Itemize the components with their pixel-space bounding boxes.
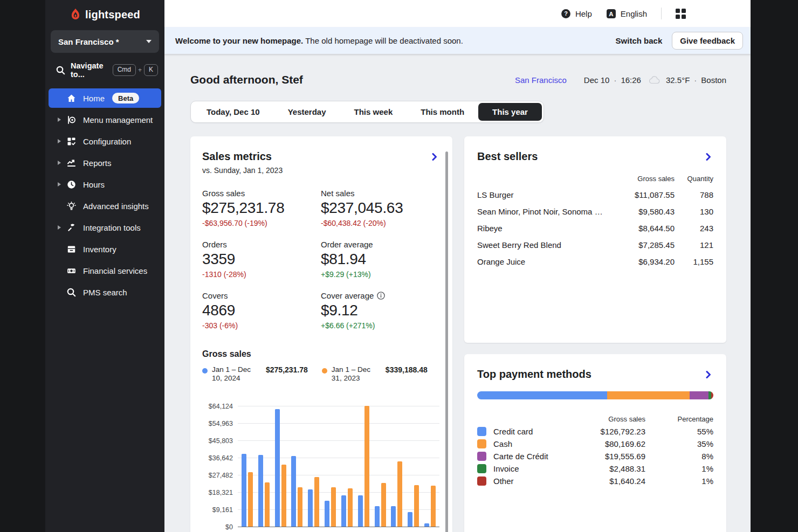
sidebar-item-menu-management[interactable]: Menu management bbox=[49, 110, 161, 129]
metric-value: 4869 bbox=[202, 302, 321, 319]
home-icon bbox=[67, 94, 76, 103]
kbd-cmd: Cmd bbox=[113, 64, 136, 76]
bar-mar-jan-1-dec-31-2023[interactable] bbox=[281, 465, 286, 527]
bar-sep-jan-1-dec-10-2024[interactable] bbox=[375, 506, 380, 527]
color-swatch-icon bbox=[477, 452, 486, 461]
tab-today-dec-10[interactable]: Today, Dec 10 bbox=[192, 103, 274, 121]
bar-oct-jan-1-dec-10-2024[interactable] bbox=[391, 506, 396, 527]
sidebar-item-home[interactable]: HomeBeta bbox=[49, 88, 161, 108]
location-link[interactable]: San Francisco bbox=[515, 75, 567, 85]
bar-aug-jan-1-dec-31-2023[interactable] bbox=[364, 406, 369, 527]
tab-this-year[interactable]: This year bbox=[478, 103, 542, 121]
weather-city-label: Boston bbox=[701, 75, 726, 85]
payment-method-name: Credit card bbox=[493, 427, 575, 436]
sidebar-item-advanced-insights[interactable]: Advanced insights bbox=[49, 196, 161, 216]
payment-gross-sales: $19,555.69 bbox=[575, 452, 645, 461]
bar-aug-jan-1-dec-10-2024[interactable] bbox=[358, 495, 363, 527]
sidebar-item-label: PMS search bbox=[83, 288, 127, 297]
sidebar-item-configuration[interactable]: Configuration bbox=[49, 132, 161, 151]
bar-group-sep bbox=[372, 391, 389, 527]
bar-oct-jan-1-dec-31-2023[interactable] bbox=[397, 461, 402, 527]
bar-jan-jan-1-dec-31-2023[interactable] bbox=[248, 472, 253, 527]
item-gross-sales: $11,087.55 bbox=[610, 190, 675, 199]
y-tick-label: $54,963 bbox=[209, 420, 233, 427]
legend-series-total: $339,188.48 bbox=[386, 365, 428, 383]
language-button[interactable]: A English bbox=[606, 9, 647, 19]
bar-jul-jan-1-dec-10-2024[interactable] bbox=[341, 495, 346, 527]
tab-this-month[interactable]: This month bbox=[407, 103, 478, 121]
sidebar-item-integration-tools[interactable]: Integration tools bbox=[49, 218, 161, 237]
content: Good afternoon, Stef San Francisco Dec 1… bbox=[164, 54, 751, 532]
item-quantity: 1,155 bbox=[675, 257, 713, 266]
column-percentage: Percentage bbox=[645, 415, 713, 423]
color-swatch-icon bbox=[477, 427, 486, 436]
bar-group-oct bbox=[388, 391, 405, 527]
tab-this-week[interactable]: This week bbox=[340, 103, 407, 121]
tab-yesterday[interactable]: Yesterday bbox=[274, 103, 340, 121]
bar-mar-jan-1-dec-10-2024[interactable] bbox=[275, 409, 280, 527]
help-button[interactable]: ? Help bbox=[561, 9, 592, 19]
payment-method-row-cash: Cash$80,169.6235% bbox=[477, 438, 713, 450]
sidebar-item-hours[interactable]: Hours bbox=[49, 175, 161, 194]
caret-right-icon[interactable] bbox=[55, 225, 64, 230]
best-sellers-chevron-right-icon[interactable] bbox=[704, 152, 713, 162]
bar-jun-jan-1-dec-31-2023[interactable] bbox=[331, 487, 336, 527]
bar-may-jan-1-dec-31-2023[interactable] bbox=[314, 477, 319, 527]
bar-jan-jan-1-dec-10-2024[interactable] bbox=[242, 454, 246, 527]
metric-gross-sales: Gross sales$275,231.78-$63,956.70 (-19%) bbox=[202, 189, 321, 227]
navigate-search[interactable]: Navigate to... Cmd + K bbox=[56, 61, 158, 79]
metric-change: +$9.29 (+13%) bbox=[321, 270, 439, 279]
item-name: Orange Juice bbox=[477, 257, 610, 266]
apps-grid-icon[interactable] bbox=[676, 9, 686, 19]
y-tick-label: $18,321 bbox=[209, 489, 233, 496]
caret-right-icon[interactable] bbox=[55, 117, 64, 122]
metric-label: Covers bbox=[202, 291, 321, 300]
bar-feb-jan-1-dec-10-2024[interactable] bbox=[258, 455, 263, 527]
switch-back-button[interactable]: Switch back bbox=[616, 36, 663, 45]
shortcut-keys: Cmd + K bbox=[113, 64, 158, 76]
sales-metrics-chevron-right-icon[interactable] bbox=[430, 152, 439, 162]
caret-right-icon[interactable] bbox=[55, 139, 64, 144]
card-scrollbar[interactable] bbox=[445, 151, 448, 532]
bar-jun-jan-1-dec-10-2024[interactable] bbox=[325, 501, 329, 527]
bar-may-jan-1-dec-10-2024[interactable] bbox=[308, 489, 313, 527]
y-tick-label: $45,803 bbox=[209, 437, 233, 445]
bar-feb-jan-1-dec-31-2023[interactable] bbox=[265, 482, 270, 527]
caret-right-icon[interactable] bbox=[55, 182, 64, 187]
sidebar-item-financial-services[interactable]: Financial services bbox=[49, 261, 161, 280]
bar-sep-jan-1-dec-31-2023[interactable] bbox=[381, 483, 386, 527]
bar-apr-jan-1-dec-31-2023[interactable] bbox=[298, 487, 302, 527]
bar-dec-jan-1-dec-10-2024[interactable] bbox=[424, 523, 429, 527]
pms-search-icon bbox=[67, 288, 76, 297]
topbar: ? Help A English bbox=[164, 0, 751, 27]
bar-nov-jan-1-dec-10-2024[interactable] bbox=[408, 512, 412, 527]
give-feedback-button[interactable]: Give feedback bbox=[672, 32, 743, 50]
item-gross-sales: $7,285.45 bbox=[610, 240, 675, 250]
payment-percentage: 8% bbox=[645, 452, 713, 461]
item-name: LS Burger bbox=[477, 190, 610, 199]
bar-nov-jan-1-dec-31-2023[interactable] bbox=[414, 485, 419, 527]
brand-name: lightspeed bbox=[85, 9, 140, 21]
best-sellers-card: Best sellers Gross sales Quantity bbox=[464, 136, 726, 343]
payment-methods-chevron-right-icon[interactable] bbox=[704, 370, 713, 379]
bar-jul-jan-1-dec-31-2023[interactable] bbox=[348, 488, 353, 527]
caret-right-icon[interactable] bbox=[55, 160, 64, 165]
banner-message: Welcome to your new homepage. The old ho… bbox=[175, 36, 616, 45]
kbd-k: K bbox=[144, 64, 158, 76]
welcome-banner: Welcome to your new homepage. The old ho… bbox=[164, 27, 751, 54]
metric-change: -$60,438.42 (-20%) bbox=[321, 219, 439, 227]
sidebar-item-inventory[interactable]: Inventory bbox=[49, 239, 161, 259]
bar-apr-jan-1-dec-10-2024[interactable] bbox=[291, 456, 296, 527]
location-selector[interactable]: San Francisco * bbox=[51, 30, 159, 53]
info-icon[interactable] bbox=[377, 292, 385, 300]
bar-dec-jan-1-dec-31-2023[interactable] bbox=[431, 486, 436, 527]
metric-covers: Covers4869-303 (-6%) bbox=[202, 291, 321, 330]
chart-plot-area: JanMaySep bbox=[238, 391, 439, 527]
legend-item-jan-1-dec-10-2024: Jan 1 – Dec 10, 2024$275,231.78 bbox=[202, 365, 308, 383]
color-swatch-icon bbox=[477, 464, 486, 473]
sidebar-item-pms-search[interactable]: PMS search bbox=[49, 282, 161, 302]
temperature-label: 32.5°F bbox=[666, 75, 690, 85]
column-gross-sales: Gross sales bbox=[559, 415, 645, 423]
sidebar-item-reports[interactable]: Reports bbox=[49, 153, 161, 172]
bars-row bbox=[239, 391, 438, 527]
